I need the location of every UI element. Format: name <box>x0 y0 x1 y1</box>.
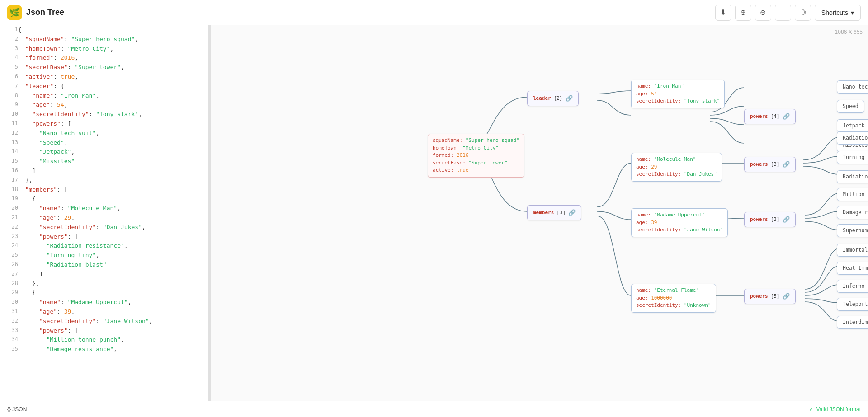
eternal-powers-count: [5] <box>771 293 780 300</box>
editor-line: 23 "powers": [ <box>0 232 208 242</box>
editor-line: 29 { <box>0 288 208 298</box>
power-speed[interactable]: Speed <box>837 100 864 113</box>
editor-line: 16 ] <box>0 166 208 176</box>
footer-json-label: {} JSON <box>7 406 27 412</box>
molecule-powers-label: powers <box>750 161 768 169</box>
leader-count: {2} <box>554 95 563 103</box>
power-interdimensional[interactable]: Interdimensional travel <box>837 316 868 329</box>
molecule-name: name: "Molecule Man" <box>636 156 717 164</box>
members-count: [3] <box>557 209 566 217</box>
eternal-name: name: "Eternal Flame" <box>636 287 711 295</box>
molecule-man-node[interactable]: name: "Molecule Man" age: 29 secretIdent… <box>631 153 722 182</box>
shortcuts-label: Shortcuts <box>821 9 848 16</box>
root-node[interactable]: squadName: "Super hero squad" homeTown: … <box>428 134 524 178</box>
editor-line: 5 "secretBase": "Super tower", <box>0 63 208 72</box>
tree-panel[interactable]: 1086 X 655 <box>211 25 868 401</box>
power-jetpack[interactable]: Jetpack <box>837 119 868 132</box>
editor-line: 6 "active": true, <box>0 72 208 82</box>
editor-line: 30 "name": "Madame Uppercut", <box>0 298 208 307</box>
theme-button[interactable]: ☽ <box>795 5 811 21</box>
editor-line: 11 "powers": [ <box>0 119 208 129</box>
shortcuts-button[interactable]: Shortcuts ▾ <box>815 5 861 21</box>
root-line-4: secretBase: "Super tower" <box>433 159 519 167</box>
eternal-flame-node[interactable]: name: "Eternal Flame" age: 1000000 secre… <box>631 284 716 313</box>
leader-label: leader <box>533 95 551 103</box>
editor-line: 32 "secretIdentity": "Jane Wilson", <box>0 317 208 326</box>
eternal-powers-link-icon: 🔗 <box>783 292 790 301</box>
power-damage-resistance[interactable]: Damage resistance <box>837 206 868 219</box>
editor-line: 35 "Damage resistance", <box>0 345 208 354</box>
header: 🌿 Json Tree ⬇ ⊕ ⊖ ⛶ ☽ Shortcuts ▾ <box>0 0 868 25</box>
leader-name: name: "Iron Man" <box>636 83 720 90</box>
editor-line: 10 "secretIdentity": "Tony stark", <box>0 110 208 119</box>
power-radiation-blast[interactable]: Radiation blast <box>837 170 868 183</box>
footer-right: ✓ Valid JSON format <box>809 406 861 412</box>
main-content: 1{2 "squadName": "Super hero squad",3 "h… <box>0 25 868 401</box>
power-teleportation[interactable]: Teleportation <box>837 298 868 311</box>
members-link-icon: 🔗 <box>568 208 576 217</box>
molecule-age: age: 29 <box>636 164 717 171</box>
madame-powers-label: powers <box>750 216 768 224</box>
madame-powers-node[interactable]: powers [3] 🔗 <box>744 212 796 227</box>
editor-panel[interactable]: 1{2 "squadName": "Super hero squad",3 "h… <box>0 25 208 401</box>
editor-line: 33 "powers": [ <box>0 326 208 336</box>
leader-person-node[interactable]: name: "Iron Man" age: 54 secretIdentity:… <box>631 80 725 108</box>
power-immortality[interactable]: Immortality <box>837 244 868 257</box>
members-array-node[interactable]: members [3] 🔗 <box>527 205 581 220</box>
footer: {} JSON ✓ Valid JSON format <box>0 401 868 417</box>
editor-line: 24 "Radiation resistance", <box>0 241 208 251</box>
power-inferno[interactable]: Inferno <box>837 280 868 293</box>
molecule-powers-count: [3] <box>771 161 780 169</box>
editor-line: 20 "name": "Molecule Man", <box>0 204 208 213</box>
power-turning-tiny[interactable]: Turning tiny <box>837 151 868 164</box>
eternal-powers-node[interactable]: powers [5] 🔗 <box>744 289 796 304</box>
root-line-1: squadName: "Super hero squad" <box>433 137 519 145</box>
leader-powers-label: powers <box>750 113 768 121</box>
dimensions-label: 1086 X 655 <box>835 29 863 35</box>
editor-line: 34 "Million tonne punch", <box>0 335 208 345</box>
leader-identity: secretIdentity: "Tony stark" <box>636 98 720 105</box>
power-nano-tech[interactable]: Nano tech suit <box>837 80 868 94</box>
editor-line: 8 "name": "Iron Man", <box>0 91 208 101</box>
madame-powers-count: [3] <box>771 216 780 224</box>
root-line-3: formed: 2016 <box>433 152 519 159</box>
power-heat-immunity[interactable]: Heat Immunity <box>837 262 868 275</box>
zoom-out-button[interactable]: ⊖ <box>755 5 771 21</box>
root-line-5: active: true <box>433 167 519 174</box>
editor-line: 4 "formed": 2016, <box>0 53 208 63</box>
editor-line: 1{ <box>0 25 208 35</box>
valid-check-icon: ✓ <box>809 406 814 412</box>
molecule-powers-node[interactable]: powers [3] 🔗 <box>744 157 796 172</box>
editor-line: 22 "secretIdentity": "Dan Jukes", <box>0 223 208 232</box>
power-radiation-resistance[interactable]: Radiation resistance <box>837 131 868 145</box>
editor-line: 17 }, <box>0 176 208 185</box>
leader-powers-link-icon: 🔗 <box>783 112 790 121</box>
footer-valid-label: Valid JSON format <box>816 406 861 412</box>
editor-line: 3 "homeTown": "Metro City", <box>0 44 208 54</box>
leader-array-node[interactable]: leader {2} 🔗 <box>527 91 579 106</box>
power-superhuman-reflexes[interactable]: Superhuman reflexes <box>837 224 868 237</box>
editor-line: 26 "Radiation blast" <box>0 260 208 270</box>
leader-age: age: 54 <box>636 90 720 98</box>
header-left: 🌿 Json Tree <box>7 5 64 20</box>
editor-line: 15 "Missiles" <box>0 157 208 166</box>
members-label: members <box>533 209 554 217</box>
editor-line: 28 }, <box>0 279 208 289</box>
app-icon: 🌿 <box>7 5 22 20</box>
zoom-in-button[interactable]: ⊕ <box>735 5 751 21</box>
power-million-tonne[interactable]: Million tonne punch <box>837 188 868 201</box>
leader-link-icon: 🔗 <box>566 94 573 103</box>
leader-powers-node[interactable]: powers [4] 🔗 <box>744 109 796 124</box>
fit-button[interactable]: ⛶ <box>775 5 791 21</box>
madame-uppercut-node[interactable]: name: "Madame Uppercut" age: 39 secretId… <box>631 208 728 237</box>
madame-powers-link-icon: 🔗 <box>783 215 790 224</box>
editor-line: 21 "age": 29, <box>0 213 208 223</box>
molecule-powers-link-icon: 🔗 <box>783 160 790 169</box>
editor-line: 14 "Jetpack", <box>0 147 208 157</box>
editor-line: 25 "Turning tiny", <box>0 251 208 260</box>
leader-powers-count: [4] <box>771 113 780 121</box>
madame-age: age: 39 <box>636 219 723 227</box>
download-button[interactable]: ⬇ <box>715 5 731 21</box>
editor-line: 7 "leader": { <box>0 82 208 91</box>
code-table: 1{2 "squadName": "Super hero squad",3 "h… <box>0 25 208 354</box>
